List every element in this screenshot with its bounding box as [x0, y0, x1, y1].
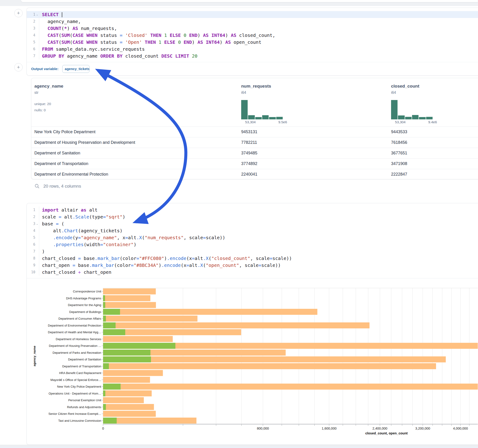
- table-row[interactable]: New York City Police Department945313194…: [31, 126, 478, 137]
- bar-open-count: [103, 384, 121, 390]
- code-line[interactable]: 9chart_open = base.mark_bar(color="#8BC3…: [27, 262, 478, 269]
- gutter: 8: [27, 255, 39, 262]
- code-line[interactable]: 6 .properties(width="container"): [27, 241, 478, 248]
- gutter: 10: [27, 269, 39, 276]
- y-tick-label: Department for the Aging: [68, 303, 101, 307]
- code-text: .properties(width="container"): [39, 242, 136, 247]
- code-line[interactable]: 5 CAST(SUM(CASE WHEN status = 'Open' THE…: [27, 39, 478, 46]
- fold-chevron-icon[interactable]: ⌄: [35, 222, 39, 225]
- table-body: New York City Police Department945313194…: [31, 126, 478, 180]
- table-cell: 7618456: [391, 137, 407, 148]
- code-line[interactable]: 2scale = alt.Scale(type="sqrt"): [27, 213, 478, 220]
- column-header-num_requests[interactable]: num_requestsi64: [241, 84, 271, 95]
- bar-closed-count: [103, 411, 156, 417]
- gutter: 2: [27, 213, 39, 220]
- code-line[interactable]: 7): [27, 248, 478, 255]
- table-cell: 3749485: [241, 148, 257, 158]
- table-row[interactable]: Department of Housing Preservation and D…: [31, 137, 478, 148]
- output-variable-row: Output variable: agency_tickets: [27, 62, 478, 75]
- x-tick-label: 2,400,000: [372, 427, 387, 430]
- sql-cell: 1⌄SELECT 2 agency_name,3 COUNT(*) AS num…: [26, 8, 478, 76]
- line-number: 3: [33, 26, 35, 31]
- line-number: 7: [33, 54, 35, 58]
- table-cell: New York City Police Department: [34, 127, 95, 137]
- line-number: 6: [33, 47, 35, 51]
- column-stats: unique: 20nulls: 0: [34, 101, 63, 113]
- python-code-editor[interactable]: 1import altair as alt2scale = alt.Scale(…: [27, 203, 478, 276]
- table-row[interactable]: Department of Environmental Protection22…: [31, 169, 478, 180]
- search-icon[interactable]: [35, 184, 40, 189]
- gutter: 7: [27, 53, 39, 59]
- code-line[interactable]: 5 .encode(y="agency_name", x=alt.X("num_…: [27, 234, 478, 241]
- code-line[interactable]: 8chart_closed = base.mark_bar(color="#FF…: [27, 255, 478, 262]
- line-number: 1: [33, 208, 35, 212]
- add-cell-button-top[interactable]: +: [14, 9, 23, 17]
- bar-closed-count: [103, 390, 152, 396]
- gutter: 7: [27, 248, 39, 255]
- bar-closed-count: [103, 309, 317, 315]
- table-cell: 3677651: [391, 148, 407, 158]
- bar-open-count: [103, 316, 106, 322]
- code-text: GROUP BY agency_name ORDER BY closed_cou…: [39, 53, 197, 59]
- table-cell: 2240041: [241, 169, 257, 180]
- page-bottom-strip: [0, 445, 478, 448]
- bar-closed-count: [103, 295, 150, 301]
- fold-chevron-icon[interactable]: ⌄: [35, 13, 39, 16]
- row-column-count: 20 rows, 4 columns: [43, 184, 81, 189]
- add-cell-button-output[interactable]: +: [14, 63, 23, 71]
- bar-open-count: [103, 295, 105, 301]
- code-line[interactable]: 1import altair as alt: [27, 206, 478, 213]
- bar-closed-count: [103, 370, 163, 376]
- code-line[interactable]: 1⌄SELECT: [27, 11, 478, 18]
- bar-open-count: [103, 356, 151, 362]
- gutter: 3⌄: [27, 220, 39, 227]
- histogram-bar: [262, 115, 269, 119]
- code-text: alt.Chart(agency_tickets): [39, 228, 122, 233]
- bar-closed-count: [103, 384, 478, 390]
- code-line[interactable]: 10chart_closed + chart_open: [27, 269, 478, 276]
- bar-open-count: [103, 329, 125, 335]
- gutter: 5: [27, 234, 39, 241]
- bar-open-count: [103, 343, 176, 349]
- column-header-closed_count[interactable]: closed_counti64: [391, 84, 419, 95]
- gutter: 9: [27, 262, 39, 269]
- table-cell: 9443533: [391, 127, 407, 137]
- bar-open-count: [103, 302, 105, 308]
- line-number: 3: [33, 222, 35, 226]
- column-histogram: [391, 100, 433, 119]
- code-line[interactable]: 7GROUP BY agency_name ORDER BY closed_co…: [27, 53, 478, 59]
- gutter: 4: [27, 227, 39, 234]
- gutter: 1⌄: [27, 11, 39, 18]
- column-name: closed_count: [391, 84, 419, 89]
- gutter: 5: [27, 39, 39, 46]
- page-top-strip: [0, 0, 478, 6]
- gutter: 3: [27, 25, 39, 32]
- y-tick-label: Correspondence Unit: [73, 290, 101, 293]
- code-line[interactable]: 4 CAST(SUM(CASE WHEN status = 'Closed' T…: [27, 32, 478, 39]
- table-row[interactable]: Department of Transportation377489234719…: [31, 158, 478, 169]
- line-number: 6: [33, 243, 35, 247]
- column-name: num_requests: [241, 84, 271, 89]
- column-header-agency_name[interactable]: agency_namestrunique: 20nulls: 0: [34, 84, 63, 113]
- output-variable-pill[interactable]: agency_tickets: [62, 65, 89, 73]
- bar-closed-count: [103, 404, 154, 410]
- y-tick-label: Refunds and Adjustments: [67, 405, 101, 409]
- y-tick-label: Department of Housing Preservation …: [49, 344, 101, 348]
- code-line[interactable]: 4 alt.Chart(agency_tickets): [27, 227, 478, 234]
- table-cell: 9453131: [241, 127, 257, 137]
- code-line[interactable]: 3⌄base = (: [27, 220, 478, 227]
- code-line[interactable]: 3 COUNT(*) AS num_requests,: [27, 25, 478, 32]
- table-row[interactable]: Department of Sanitation37494853677651: [31, 148, 478, 158]
- bar-closed-count: [103, 363, 436, 369]
- x-tick-label: 3,200,000: [415, 427, 430, 430]
- y-tick-label: Department of Buildings: [69, 310, 101, 314]
- table-cell: 7782211: [241, 137, 257, 148]
- sql-code-editor[interactable]: 1⌄SELECT 2 agency_name,3 COUNT(*) AS num…: [27, 8, 478, 59]
- table-cell: 3471908: [391, 159, 407, 169]
- y-tick-label: DHS Advantage Programs: [66, 297, 101, 300]
- code-text: agency_name,: [39, 19, 81, 24]
- code-line[interactable]: 6FROM sample_data.nyc.service_requests: [27, 46, 478, 53]
- y-tick-label: New York City Police Department: [57, 385, 101, 388]
- code-text: ): [39, 249, 45, 254]
- code-line[interactable]: 2 agency_name,: [27, 18, 478, 25]
